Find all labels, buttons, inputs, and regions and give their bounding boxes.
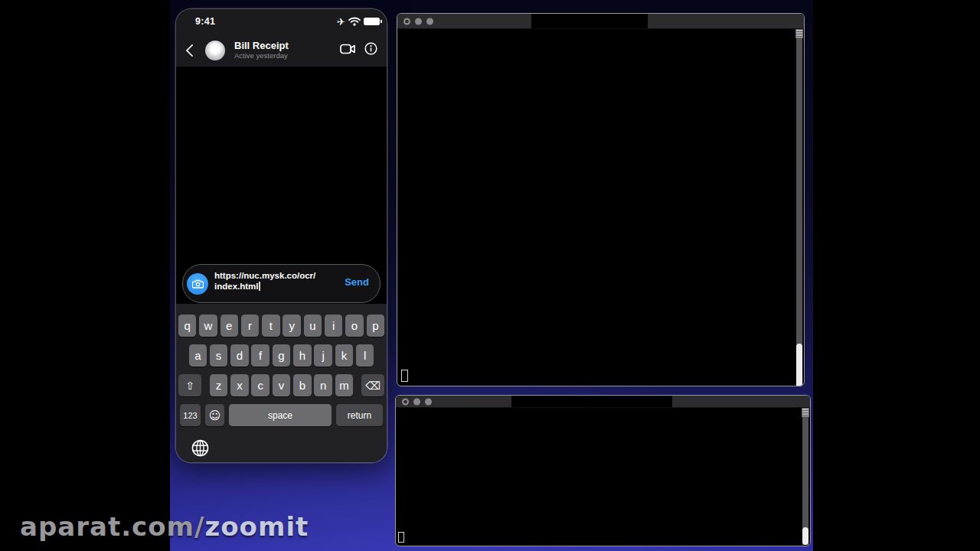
key-y[interactable]: y: [283, 315, 301, 337]
iphone-screen: 9:41 ✈ Bill Receipt Active yesterday: [176, 9, 387, 462]
battery-icon: [364, 18, 380, 25]
info-icon[interactable]: [364, 42, 377, 55]
key-k[interactable]: k: [335, 344, 354, 367]
status-bar: 9:41 ✈: [176, 15, 387, 30]
key-h[interactable]: h: [293, 344, 312, 367]
watermark: aparat.com/zoomit: [20, 511, 309, 542]
terminal-window-top: [397, 13, 805, 386]
key-m[interactable]: m: [335, 374, 354, 396]
scrollbar[interactable]: [796, 29, 802, 386]
key-i[interactable]: i: [325, 315, 343, 337]
video-call-icon[interactable]: [340, 44, 356, 54]
message-draft[interactable]: https://nuc.mysk.co/ocr/index.html: [214, 270, 315, 292]
emoji-key[interactable]: ☺: [205, 404, 224, 426]
camera-icon: [192, 279, 204, 289]
space-key[interactable]: space: [229, 404, 332, 426]
key-j[interactable]: j: [314, 344, 332, 367]
ios-keyboard: q w e r t y u i o p a s d f g h j k l ⇧ …: [176, 304, 387, 462]
terminal-cursor: [398, 532, 404, 543]
avatar[interactable]: [205, 41, 225, 60]
key-e[interactable]: e: [220, 315, 239, 337]
zoom-window-icon[interactable]: [426, 18, 433, 24]
close-window-icon[interactable]: [403, 18, 410, 24]
close-window-icon[interactable]: [402, 398, 409, 405]
letterbox-right: [813, 0, 980, 551]
conversation-area[interactable]: [176, 67, 387, 273]
camera-button[interactable]: [187, 273, 208, 295]
key-z[interactable]: z: [210, 374, 228, 396]
key-f[interactable]: f: [251, 344, 270, 367]
key-n[interactable]: n: [314, 374, 332, 396]
text-cursor: [259, 282, 260, 291]
shift-key[interactable]: ⇧: [178, 374, 201, 396]
terminal-window-bottom: [395, 395, 811, 546]
scrollbar-thumb[interactable]: [796, 344, 802, 386]
letterbox-left: [0, 0, 170, 551]
key-t[interactable]: t: [262, 315, 280, 337]
return-key[interactable]: return: [336, 404, 383, 426]
scrollbar-menu-icon[interactable]: [802, 408, 809, 417]
key-w[interactable]: w: [199, 315, 217, 337]
key-s[interactable]: s: [210, 344, 228, 367]
airplane-mode-icon: ✈: [337, 17, 345, 27]
key-x[interactable]: x: [230, 374, 249, 396]
key-a[interactable]: a: [189, 344, 207, 367]
numbers-key[interactable]: 123: [180, 404, 201, 426]
chat-navbar: Bill Receipt Active yesterday: [176, 40, 387, 67]
back-icon[interactable]: [186, 44, 199, 57]
minimize-window-icon[interactable]: [415, 18, 422, 24]
titlebar-redaction: [511, 396, 672, 407]
titlebar-redaction: [531, 14, 648, 28]
key-u[interactable]: u: [304, 315, 322, 337]
key-d[interactable]: d: [230, 344, 249, 367]
window-titlebar[interactable]: [397, 14, 804, 29]
key-l[interactable]: l: [356, 344, 374, 367]
status-time: 9:41: [195, 16, 215, 27]
backspace-key[interactable]: ⌫: [361, 374, 384, 396]
key-q[interactable]: q: [178, 315, 197, 337]
watermark-prefix: aparat.com/: [20, 511, 204, 542]
terminal-cursor: [401, 370, 408, 382]
wifi-icon: [348, 17, 361, 26]
key-r[interactable]: r: [241, 315, 260, 337]
scrollbar-menu-icon[interactable]: [795, 29, 803, 38]
send-button[interactable]: Send: [345, 276, 369, 288]
minimize-window-icon[interactable]: [413, 398, 420, 405]
window-titlebar[interactable]: [396, 396, 810, 408]
chat-header: 9:41 ✈ Bill Receipt Active yesterday: [176, 9, 387, 67]
key-v[interactable]: v: [273, 374, 291, 396]
zoom-window-icon[interactable]: [425, 398, 432, 405]
key-g[interactable]: g: [273, 344, 291, 367]
chat-status: Active yesterday: [234, 51, 289, 60]
watermark-suffix: zoomit: [204, 511, 309, 542]
key-b[interactable]: b: [293, 374, 312, 396]
key-c[interactable]: c: [251, 374, 270, 396]
chat-title: Bill Receipt: [234, 40, 289, 51]
scrollbar[interactable]: [802, 408, 808, 545]
key-p[interactable]: p: [367, 315, 385, 337]
globe-icon[interactable]: [191, 439, 209, 457]
message-line1: https://nuc.mysk.co/ocr/: [214, 271, 315, 280]
scrollbar-thumb[interactable]: [802, 527, 808, 545]
message-input[interactable]: https://nuc.mysk.co/ocr/index.html Send: [182, 264, 381, 303]
key-o[interactable]: o: [345, 315, 364, 337]
message-line2: index.html: [214, 282, 259, 291]
